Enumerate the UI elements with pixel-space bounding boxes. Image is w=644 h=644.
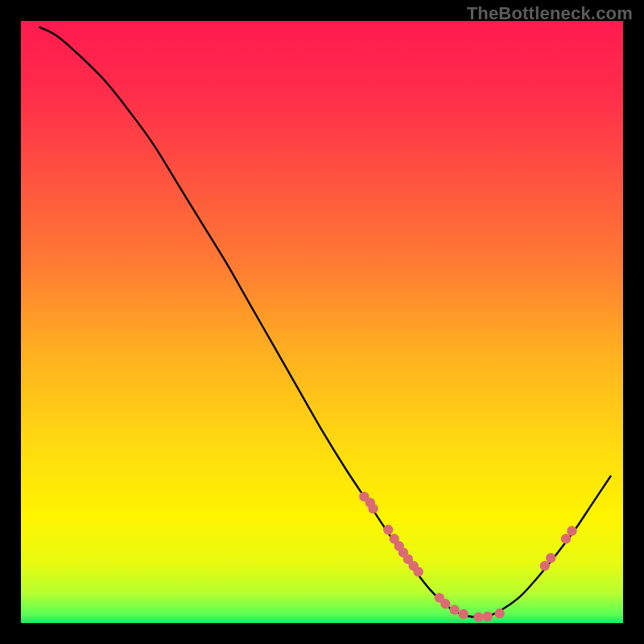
data-point — [473, 612, 483, 621]
gradient-background — [21, 21, 623, 623]
chart-container: TheBottleneck.com — [0, 0, 644, 644]
data-point — [567, 526, 576, 535]
data-point — [383, 525, 393, 535]
data-point — [494, 609, 504, 618]
data-point — [368, 504, 378, 514]
data-point — [440, 599, 450, 609]
data-point — [449, 605, 459, 614]
watermark-text: TheBottleneck.com — [467, 3, 633, 24]
data-point — [546, 553, 555, 563]
chart-svg — [21, 21, 623, 623]
data-point — [483, 612, 493, 621]
data-point — [413, 567, 423, 576]
data-point — [561, 534, 571, 543]
plot-area — [21, 21, 623, 623]
data-point — [459, 609, 469, 619]
data-point — [540, 561, 550, 571]
